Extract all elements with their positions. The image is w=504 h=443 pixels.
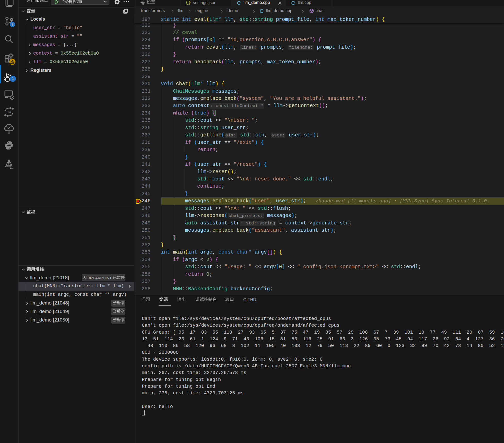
svg-text:diff: diff — [7, 111, 11, 114]
